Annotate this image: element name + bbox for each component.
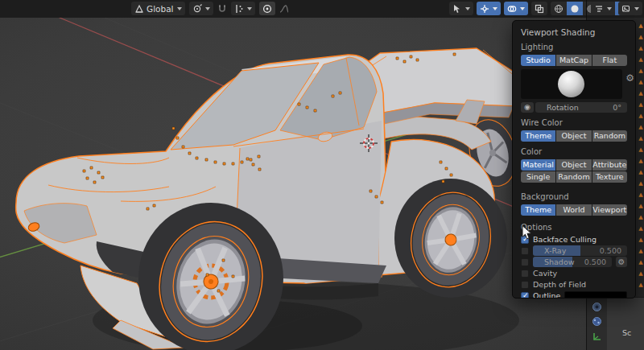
chevron-down-icon	[247, 7, 252, 10]
wire-color-random[interactable]: Random	[592, 130, 627, 142]
rotation-label: Rotation	[547, 102, 579, 113]
shading-wireframe-button[interactable]	[551, 2, 567, 15]
lighting-option-matcap[interactable]: MatCap	[556, 55, 591, 66]
outliner-item-icon[interactable]: ▲	[638, 225, 644, 232]
outliner-item-icon[interactable]: ▲	[638, 45, 644, 51]
gear-icon[interactable]: ⚙	[625, 72, 634, 84]
wire-color-theme[interactable]: Theme	[521, 130, 555, 142]
outliner-item-icon[interactable]: ▲	[638, 68, 644, 74]
toggle-xray-button[interactable]	[531, 2, 547, 15]
studiolight-sphere	[558, 71, 584, 97]
outliner-item-icon[interactable]: ▲	[638, 23, 644, 29]
wire-color-object[interactable]: Object	[556, 130, 591, 142]
world-space-lighting-icon[interactable]: ◉	[521, 102, 534, 113]
outliner-item-icon[interactable]: ▲	[638, 79, 644, 85]
snap-with-icon	[234, 4, 244, 14]
color-material[interactable]: Material	[521, 159, 555, 171]
shading-wireframe-icon	[554, 4, 564, 14]
world-tab-icon[interactable]	[592, 316, 602, 327]
show-gizmos-toggle[interactable]	[477, 2, 501, 15]
shadow-slider[interactable]: Shadow 0.500	[533, 257, 612, 267]
outliner-item-icon[interactable]: ▲	[638, 90, 644, 97]
xray-checkbox[interactable]	[521, 247, 529, 255]
outliner-item-icon[interactable]: ▲	[638, 158, 644, 164]
transform-orientation-dropdown[interactable]: Global	[131, 2, 185, 15]
viewport-header: Global	[0, 0, 644, 18]
outliner-item-icon[interactable]: ▲	[638, 248, 644, 254]
properties-editor[interactable]: Sc	[586, 297, 644, 350]
chevron-down-icon	[177, 7, 182, 10]
show-overlays-toggle[interactable]	[504, 2, 528, 15]
depth-of-field-checkbox[interactable]	[521, 281, 529, 289]
lighting-segmented: Studio MatCap Flat	[521, 55, 627, 66]
xray-value: 0.500	[600, 245, 621, 256]
outliner-item-icon[interactable]: ▲	[638, 101, 644, 108]
display-mode-dropdown[interactable]	[618, 2, 642, 15]
proportional-editing-toggle[interactable]	[259, 2, 275, 15]
color-texture[interactable]: Texture	[592, 171, 627, 183]
data-axes-tab-icon[interactable]	[592, 331, 602, 342]
render-tab-icon[interactable]	[592, 302, 602, 312]
snap-with-dropdown[interactable]	[231, 2, 255, 15]
proportional-editing-icon	[262, 4, 272, 14]
editor-type-icon	[594, 4, 604, 14]
background-world[interactable]: World	[556, 204, 591, 216]
backface-culling-label: Backface Culling	[533, 235, 597, 244]
object-type-visibility-icon	[452, 4, 462, 14]
cavity-checkbox[interactable]	[521, 270, 529, 278]
pivot-point-dropdown[interactable]	[189, 2, 213, 15]
show-gizmos-icon	[480, 4, 489, 14]
outliner-item-icon[interactable]: ▲	[638, 135, 644, 142]
rotation-slider[interactable]: Rotation 0°	[535, 102, 627, 113]
studiolight-preview[interactable]	[521, 69, 622, 99]
outliner-item-icon[interactable]: ▲	[638, 169, 644, 175]
orientation-label: Global	[147, 4, 174, 14]
lighting-option-studio[interactable]: Studio	[521, 55, 555, 66]
outline-checkbox[interactable]	[521, 292, 529, 299]
shadow-checkbox[interactable]	[521, 258, 529, 266]
snap-magnet-icon[interactable]	[217, 4, 227, 14]
background-label: Background	[521, 192, 627, 201]
chevron-down-icon	[465, 7, 470, 10]
shading-solid-icon	[570, 4, 580, 14]
chevron-down-icon	[493, 7, 497, 10]
editor-type-dropdown[interactable]	[591, 2, 615, 15]
outliner-item-icon[interactable]: ▲	[638, 56, 644, 63]
cavity-label: Cavity	[533, 269, 557, 278]
outliner-item-icon[interactable]: ▲	[638, 259, 644, 266]
outliner-item-icon[interactable]: ▲	[638, 146, 644, 153]
properties-tab-column	[587, 298, 607, 350]
background-viewport[interactable]: Viewport	[592, 204, 627, 216]
color-random[interactable]: Random	[556, 171, 591, 183]
object-type-visibility-dropdown[interactable]	[449, 2, 473, 15]
display-mode-icon	[621, 4, 631, 14]
lighting-option-flat[interactable]: Flat	[592, 55, 627, 66]
xray-slider[interactable]: X-Ray 0.500	[533, 245, 627, 256]
blender-window: ▲▲▲▲▲▲▲▲▲▲▲▲▲▲▲▲▲▲▲▲▲▲▲▲ Sc	[0, 0, 644, 350]
color-object[interactable]: Object	[556, 159, 591, 171]
options-label: Options	[521, 223, 627, 232]
outliner-item-icon[interactable]: ▲	[638, 34, 644, 40]
outliner-item-icon[interactable]: ▲	[638, 270, 644, 277]
outliner-item-icon[interactable]: ▲	[638, 113, 644, 119]
outliner-item-icon[interactable]: ▲	[638, 191, 644, 198]
rotation-value: 0°	[613, 102, 621, 113]
proportional-falloff-icon[interactable]	[279, 4, 289, 14]
outline-color-swatch[interactable]	[564, 291, 627, 299]
outliner-item-icon[interactable]: ▲	[638, 237, 644, 243]
outliner-item-icon[interactable]: ▲	[638, 124, 644, 130]
shadow-label: Shadow	[544, 257, 575, 267]
color-single[interactable]: Single	[521, 171, 555, 183]
shading-solid-button[interactable]	[567, 2, 583, 15]
outliner-item-icon[interactable]: ▲	[638, 282, 644, 288]
outliner-item-icon[interactable]: ▲	[638, 180, 644, 187]
color-attribute[interactable]: Attribute	[592, 159, 627, 171]
outliner-item-icon[interactable]: ▲	[638, 214, 644, 220]
transform-orientation-icon	[134, 4, 144, 14]
outline-label: Outline	[533, 291, 560, 299]
background-theme[interactable]: Theme	[521, 204, 555, 216]
pivot-point-icon	[192, 4, 202, 14]
outliner-item-icon[interactable]: ▲	[638, 203, 644, 209]
shadow-settings-gear-icon[interactable]: ⚙	[616, 257, 627, 267]
chevron-down-icon	[520, 7, 525, 10]
